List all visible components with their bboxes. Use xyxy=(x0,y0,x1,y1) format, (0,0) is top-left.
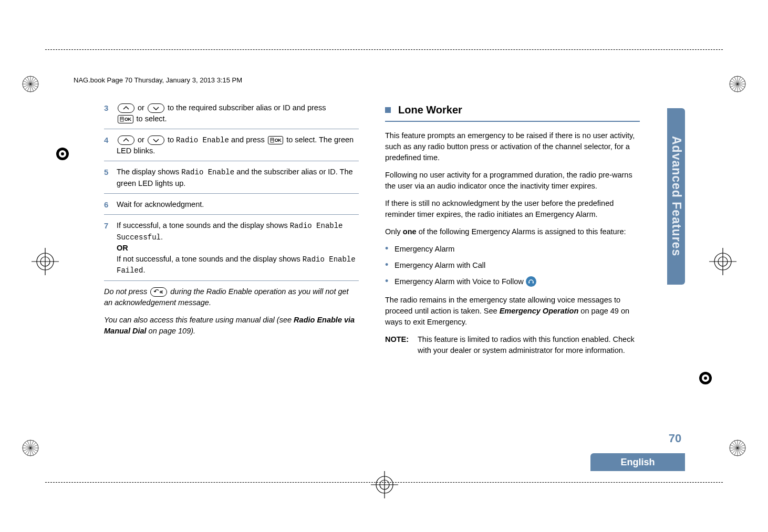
section-heading: Lone Worker xyxy=(385,102,640,118)
text: on page 109). xyxy=(147,327,196,335)
code-text: Radio Enable xyxy=(181,168,234,176)
step-number: 3 xyxy=(104,102,117,124)
text: or xyxy=(136,103,147,112)
step-number: 4 xyxy=(104,134,117,157)
svg-rect-61 xyxy=(533,282,534,284)
text: or xyxy=(136,135,147,144)
heading-bullet-icon xyxy=(385,107,391,113)
code-text: Radio Enable xyxy=(176,136,229,144)
text: Only xyxy=(385,227,403,236)
left-column: 3 or to the required subscriber alias or… xyxy=(104,102,359,356)
paragraph: The radio remains in the emergency state… xyxy=(385,295,640,328)
step-number: 7 xyxy=(104,220,117,276)
step-number: 5 xyxy=(104,166,117,189)
divider xyxy=(104,161,359,161)
note-paragraph: You can also access this feature using m… xyxy=(104,315,359,337)
paragraph: This feature prompts an emergency to be … xyxy=(385,130,640,163)
paragraph: Following no user activity for a program… xyxy=(385,170,640,192)
text: If successful, a tone sounds and the dis… xyxy=(117,221,290,230)
svg-rect-60 xyxy=(528,282,530,284)
step-4: 4 or to Radio Enable and press OK to sel… xyxy=(104,134,359,157)
page-number: 70 xyxy=(666,432,684,445)
step-3: 3 or to the required subscriber alias or… xyxy=(104,102,359,124)
step-number: 6 xyxy=(104,199,117,211)
paragraph: If there is still no acknowledgment by t… xyxy=(385,198,640,220)
step-body: or to the required subscriber alias or I… xyxy=(117,102,359,124)
bullet-icon: • xyxy=(385,276,395,287)
step-body: Wait for acknowledgment. xyxy=(117,199,359,211)
step-body: If successful, a tone sounds and the dis… xyxy=(117,220,359,276)
list-text: Emergency Alarm with Voice to Follow xyxy=(395,276,524,287)
step-body: or to Radio Enable and press OK to selec… xyxy=(117,134,359,157)
text: of the following Emergency Alarms is ass… xyxy=(417,227,626,236)
ref-link: Emergency Operation xyxy=(500,307,579,315)
footer-tab: English xyxy=(590,453,685,471)
down-button-icon xyxy=(148,135,164,145)
page-content: 3 or to the required subscriber alias or… xyxy=(104,102,640,356)
ok-button-icon: OK xyxy=(268,136,284,144)
list-item: •Emergency Alarm with Call xyxy=(385,260,640,271)
list-item: •Emergency Alarm xyxy=(385,244,640,255)
list-text: Emergency Alarm with Call xyxy=(395,260,485,271)
text: You can also access this feature using m… xyxy=(104,316,294,324)
text: The display shows xyxy=(117,168,181,176)
up-button-icon xyxy=(118,135,134,145)
text: Do not press xyxy=(104,287,149,296)
divider xyxy=(104,280,359,281)
footer-tab-label: English xyxy=(620,457,655,468)
headset-icon xyxy=(526,276,536,287)
heading-rule xyxy=(385,121,640,122)
up-button-icon xyxy=(118,103,134,113)
text: to the required subscriber alias or ID a… xyxy=(165,103,326,112)
text: and press xyxy=(229,135,267,144)
list-item: •Emergency Alarm with Voice to Follow xyxy=(385,276,640,287)
note-label: NOTE: xyxy=(385,334,418,356)
side-tab: Advanced Features xyxy=(667,108,685,285)
text: If not successful, a tone sounds and the… xyxy=(117,255,303,263)
reg-radial-icon xyxy=(19,436,42,460)
step-5: 5 The display shows Radio Enable and the… xyxy=(104,166,359,189)
note-paragraph: Do not press during the Radio Enable ope… xyxy=(104,286,359,308)
reg-radial-icon xyxy=(19,72,42,96)
list-text: Emergency Alarm xyxy=(395,244,454,255)
or-label: OR xyxy=(117,244,128,252)
side-tab-label: Advanced Features xyxy=(669,136,683,256)
paragraph: Only one of the following Emergency Alar… xyxy=(385,226,640,237)
text: to select. xyxy=(134,114,167,123)
text-bold: one xyxy=(403,227,417,236)
text: to xyxy=(165,135,176,144)
reg-radial-icon xyxy=(726,436,749,460)
bullet-icon: • xyxy=(385,260,395,271)
page-header-text: NAG.book Page 70 Thursday, January 3, 20… xyxy=(74,76,242,84)
reg-radial-icon xyxy=(726,72,749,96)
step-7: 7 If successful, a tone sounds and the d… xyxy=(104,220,359,276)
note-text: This feature is limited to radios with t… xyxy=(418,334,640,356)
bullet-icon: • xyxy=(385,244,395,255)
step-body: The display shows Radio Enable and the s… xyxy=(117,166,359,189)
down-button-icon xyxy=(148,103,164,113)
note-block: NOTE: This feature is limited to radios … xyxy=(385,334,640,356)
bullet-list: •Emergency Alarm •Emergency Alarm with C… xyxy=(385,244,640,287)
divider xyxy=(104,214,359,215)
step-6: 6 Wait for acknowledgment. xyxy=(104,199,359,211)
divider xyxy=(104,193,359,194)
back-button-icon xyxy=(150,287,167,297)
ok-button-icon: OK xyxy=(118,115,133,123)
right-column: Lone Worker This feature prompts an emer… xyxy=(385,102,640,356)
heading-text: Lone Worker xyxy=(398,102,462,118)
divider xyxy=(104,129,359,129)
